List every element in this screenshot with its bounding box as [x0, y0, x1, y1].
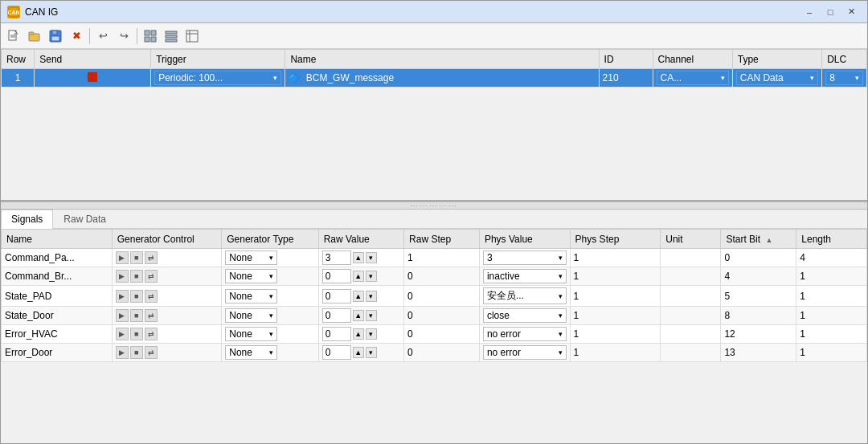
gen-type-dropdown[interactable]: None ▾ [225, 289, 277, 303]
raw-down-button[interactable]: ▾ [366, 271, 377, 282]
table-row[interactable]: 1 Periodic: 100... ▾ � [2, 69, 867, 88]
gen-stop-button[interactable]: ■ [130, 328, 143, 340]
gen-stop-button[interactable]: ■ [130, 309, 143, 322]
top-table-header: Row Send Trigger Name ID Channel Type DL… [2, 50, 867, 69]
cell-unit [661, 307, 721, 325]
gen-play-button[interactable]: ▶ [116, 309, 129, 322]
raw-up-button[interactable]: ▲ [353, 347, 364, 358]
gen-reset-button[interactable]: ⇄ [145, 309, 158, 322]
gen-stop-button[interactable]: ■ [130, 251, 143, 264]
dlc-dropdown[interactable]: 8 ▾ [825, 71, 863, 85]
table-row[interactable]: State_Door ▶ ■ ⇄ None ▾ ▲ ▾ 0 [2, 307, 867, 325]
raw-down-button[interactable]: ▾ [366, 328, 377, 340]
sig-col-unit: Unit [661, 230, 721, 249]
raw-value-input[interactable] [322, 251, 351, 265]
raw-up-button[interactable]: ▲ [353, 252, 364, 263]
toolbar-separator-2 [137, 28, 137, 44]
resize-handle[interactable]: ⋯⋯⋯⋯⋯ [1, 202, 867, 210]
gen-stop-button[interactable]: ■ [130, 290, 143, 303]
close-button[interactable]: ✕ [841, 5, 861, 19]
table-row[interactable]: Error_Door ▶ ■ ⇄ None ▾ ▲ ▾ 0 [2, 344, 867, 362]
tab-signals[interactable]: Signals [1, 210, 53, 229]
raw-value-input[interactable] [322, 308, 351, 323]
cell-raw-step: 1 [404, 249, 480, 267]
table-row[interactable]: Command_Br... ▶ ■ ⇄ None ▾ ▲ ▾ 0 [2, 267, 867, 286]
gen-reset-button[interactable]: ⇄ [145, 328, 158, 340]
gen-play-button[interactable]: ▶ [116, 251, 129, 264]
phys-value-dropdown[interactable]: inactive ▾ [483, 269, 567, 283]
svg-rect-16 [166, 39, 177, 42]
toolbar-view1-button[interactable] [141, 26, 160, 46]
tab-raw-data[interactable]: Raw Data [53, 210, 117, 228]
top-table: Row Send Trigger Name ID Channel Type DL… [1, 49, 867, 88]
svg-rect-8 [52, 31, 57, 35]
svg-text:CAN: CAN [8, 10, 19, 15]
toolbar-view3-button[interactable] [182, 26, 202, 46]
cell-channel: CA... ▾ [653, 69, 732, 88]
toolbar-open-button[interactable] [25, 26, 44, 46]
gen-type-dropdown[interactable]: None ▾ [225, 269, 277, 283]
raw-value-group: ▲ ▾ [322, 308, 400, 323]
channel-dropdown[interactable]: CA... ▾ [657, 71, 729, 85]
gen-reset-button[interactable]: ⇄ [145, 251, 158, 264]
toolbar-redo-button[interactable]: ↪ [114, 26, 133, 46]
phys-value-dropdown[interactable]: 安全员... ▾ [483, 287, 567, 304]
gen-type-dropdown[interactable]: None ▾ [225, 345, 277, 360]
raw-up-button[interactable]: ▲ [353, 271, 364, 282]
toolbar-view2-button[interactable] [162, 26, 181, 46]
gen-type-dropdown[interactable]: None ▾ [225, 327, 277, 341]
toolbar: ✖ ↩ ↪ [1, 23, 867, 49]
raw-down-button[interactable]: ▾ [366, 291, 377, 302]
phys-value-dropdown[interactable]: no error ▾ [483, 327, 567, 341]
cell-gen-control: ▶ ■ ⇄ [112, 249, 222, 267]
gen-play-button[interactable]: ▶ [116, 290, 129, 303]
toolbar-new-button[interactable] [4, 26, 23, 46]
raw-value-input[interactable] [322, 289, 351, 303]
raw-up-button[interactable]: ▲ [353, 310, 364, 321]
signals-table-container[interactable]: Name Generator Control Generator Type Ra… [1, 229, 867, 443]
raw-up-button[interactable]: ▲ [353, 291, 364, 302]
gen-type-dropdown[interactable]: None ▾ [225, 251, 277, 265]
gen-play-button[interactable]: ▶ [116, 346, 129, 359]
sig-col-length: Length [796, 230, 867, 249]
toolbar-undo-button[interactable]: ↩ [93, 26, 113, 46]
minimize-button[interactable]: – [800, 5, 819, 19]
svg-rect-15 [166, 35, 177, 38]
gen-play-button[interactable]: ▶ [116, 328, 129, 340]
toolbar-save-button[interactable] [46, 26, 65, 46]
trigger-dropdown[interactable]: Periodic: 100... ▾ [154, 71, 281, 85]
raw-value-input[interactable] [322, 269, 351, 283]
phys-value-dropdown[interactable]: close ▾ [483, 308, 567, 323]
table-row[interactable]: Error_HVAC ▶ ■ ⇄ None ▾ ▲ ▾ 0 [2, 325, 867, 344]
raw-down-button[interactable]: ▾ [366, 310, 377, 321]
raw-value-input[interactable] [322, 327, 351, 341]
raw-down-button[interactable]: ▾ [366, 347, 377, 358]
gen-play-button[interactable]: ▶ [116, 270, 129, 283]
phys-value-dropdown[interactable]: no error ▾ [483, 345, 567, 360]
table-row[interactable]: Command_Pa... ▶ ■ ⇄ None ▾ ▲ ▾ 1 [2, 249, 867, 267]
gen-type-dropdown[interactable]: None ▾ [225, 308, 277, 323]
cell-gen-control: ▶ ■ ⇄ [112, 325, 222, 344]
cell-phys-step: 1 [570, 286, 661, 307]
svg-rect-17 [186, 31, 198, 42]
signals-table: Name Generator Control Generator Type Ra… [1, 229, 867, 362]
type-dropdown[interactable]: CAN Data ▾ [736, 71, 818, 85]
gen-reset-button[interactable]: ⇄ [145, 270, 158, 283]
raw-down-button[interactable]: ▾ [366, 252, 377, 263]
window-controls: – □ ✕ [800, 5, 861, 19]
phys-value-dropdown[interactable]: 3 ▾ [483, 251, 567, 265]
raw-up-button[interactable]: ▲ [353, 328, 364, 340]
gen-stop-button[interactable]: ■ [130, 270, 143, 283]
raw-value-input[interactable] [322, 345, 351, 360]
gen-reset-button[interactable]: ⇄ [145, 290, 158, 303]
top-table-wrapper[interactable]: Row Send Trigger Name ID Channel Type DL… [1, 49, 867, 200]
cell-row-num: 1 [2, 69, 35, 88]
table-row[interactable]: State_PAD ▶ ■ ⇄ None ▾ ▲ ▾ 0 [2, 286, 867, 307]
chevron-down-icon: ▾ [269, 272, 273, 280]
col-name: Name [285, 50, 599, 69]
gen-stop-button[interactable]: ■ [130, 346, 143, 359]
maximize-button[interactable]: □ [821, 5, 840, 19]
cell-raw-value: ▲ ▾ [318, 344, 403, 362]
gen-reset-button[interactable]: ⇄ [145, 346, 158, 359]
toolbar-delete-button[interactable]: ✖ [67, 26, 86, 46]
